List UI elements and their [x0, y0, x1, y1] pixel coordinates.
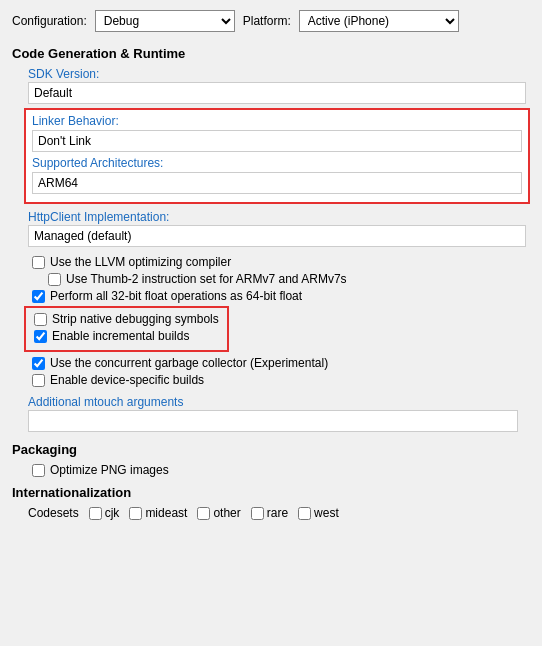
- float32-row: Perform all 32-bit float operations as 6…: [12, 289, 530, 303]
- code-gen-section: Code Generation & Runtime SDK Version: D…: [12, 46, 530, 247]
- sdk-value: Default: [28, 82, 526, 104]
- mideast-checkbox[interactable]: [129, 507, 142, 520]
- mtouch-input[interactable]: [28, 410, 518, 432]
- mtouch-group: Additional mtouch arguments: [12, 395, 530, 432]
- incremental-label: Enable incremental builds: [52, 329, 189, 343]
- gc-label: Use the concurrent garbage collector (Ex…: [50, 356, 328, 370]
- codesets-row: Codesets cjk mideast other rare west: [12, 506, 530, 520]
- config-select[interactable]: Debug: [95, 10, 235, 32]
- httpclient-field: HttpClient Implementation: Managed (defa…: [12, 210, 530, 247]
- arch-label: Supported Architectures:: [32, 156, 522, 170]
- cjk-checkbox[interactable]: [89, 507, 102, 520]
- device-builds-checkbox[interactable]: [32, 374, 45, 387]
- rare-checkbox[interactable]: [251, 507, 264, 520]
- settings-page: Configuration: Debug Platform: Active (i…: [0, 0, 542, 538]
- platform-label: Platform:: [243, 14, 291, 28]
- llvm-row: Use the LLVM optimizing compiler: [12, 255, 530, 269]
- sdk-label: SDK Version:: [12, 67, 530, 81]
- platform-select[interactable]: Active (iPhone): [299, 10, 459, 32]
- cjk-label: cjk: [105, 506, 120, 520]
- httpclient-value: Managed (default): [28, 225, 526, 247]
- device-builds-label: Enable device-specific builds: [50, 373, 204, 387]
- optimize-png-row: Optimize PNG images: [12, 463, 530, 477]
- code-gen-title: Code Generation & Runtime: [12, 46, 530, 61]
- strip-incremental-box: Strip native debugging symbols Enable in…: [24, 306, 229, 352]
- strip-checkbox[interactable]: [34, 313, 47, 326]
- gc-checkbox[interactable]: [32, 357, 45, 370]
- other-label: other: [213, 506, 240, 520]
- arch-value: ARM64: [32, 172, 522, 194]
- packaging-title: Packaging: [12, 442, 530, 457]
- rare-label: rare: [267, 506, 288, 520]
- strip-label: Strip native debugging symbols: [52, 312, 219, 326]
- incremental-row: Enable incremental builds: [34, 329, 219, 343]
- mideast-label: mideast: [145, 506, 187, 520]
- thumb2-row: Use Thumb-2 instruction set for ARMv7 an…: [12, 272, 530, 286]
- device-builds-row: Enable device-specific builds: [12, 373, 530, 387]
- thumb2-label: Use Thumb-2 instruction set for ARMv7 an…: [66, 272, 347, 286]
- httpclient-label: HttpClient Implementation:: [12, 210, 530, 224]
- codeset-west: west: [298, 506, 339, 520]
- float32-label: Perform all 32-bit float operations as 6…: [50, 289, 302, 303]
- codeset-rare: rare: [251, 506, 288, 520]
- west-label: west: [314, 506, 339, 520]
- llvm-label: Use the LLVM optimizing compiler: [50, 255, 231, 269]
- thumb2-checkbox[interactable]: [48, 273, 61, 286]
- config-label: Configuration:: [12, 14, 87, 28]
- codeset-cjk: cjk: [89, 506, 120, 520]
- strip-row: Strip native debugging symbols: [34, 312, 219, 326]
- packaging-section: Packaging Optimize PNG images: [12, 442, 530, 477]
- gc-row: Use the concurrent garbage collector (Ex…: [12, 356, 530, 370]
- sdk-field: SDK Version: Default: [12, 67, 530, 104]
- codesets-label: Codesets: [28, 506, 79, 520]
- west-checkbox[interactable]: [298, 507, 311, 520]
- optimize-png-label: Optimize PNG images: [50, 463, 169, 477]
- mtouch-label: Additional mtouch arguments: [12, 395, 530, 409]
- codeset-other: other: [197, 506, 240, 520]
- linker-arch-box: Linker Behavior: Don't Link Supported Ar…: [24, 108, 530, 204]
- toolbar: Configuration: Debug Platform: Active (i…: [12, 10, 530, 32]
- options-group: Use the LLVM optimizing compiler Use Thu…: [12, 255, 530, 387]
- float32-checkbox[interactable]: [32, 290, 45, 303]
- linker-label: Linker Behavior:: [32, 114, 522, 128]
- linker-value: Don't Link: [32, 130, 522, 152]
- optimize-png-checkbox[interactable]: [32, 464, 45, 477]
- codeset-mideast: mideast: [129, 506, 187, 520]
- llvm-checkbox[interactable]: [32, 256, 45, 269]
- intl-section: Internationalization Codesets cjk mideas…: [12, 485, 530, 520]
- other-checkbox[interactable]: [197, 507, 210, 520]
- intl-title: Internationalization: [12, 485, 530, 500]
- incremental-checkbox[interactable]: [34, 330, 47, 343]
